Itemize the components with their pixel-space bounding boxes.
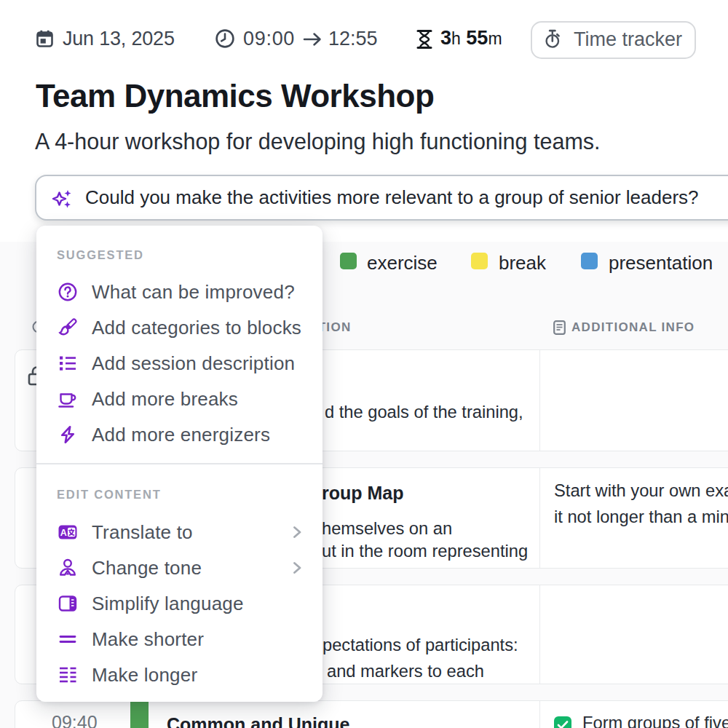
svg-text:A: A: [60, 528, 67, 538]
